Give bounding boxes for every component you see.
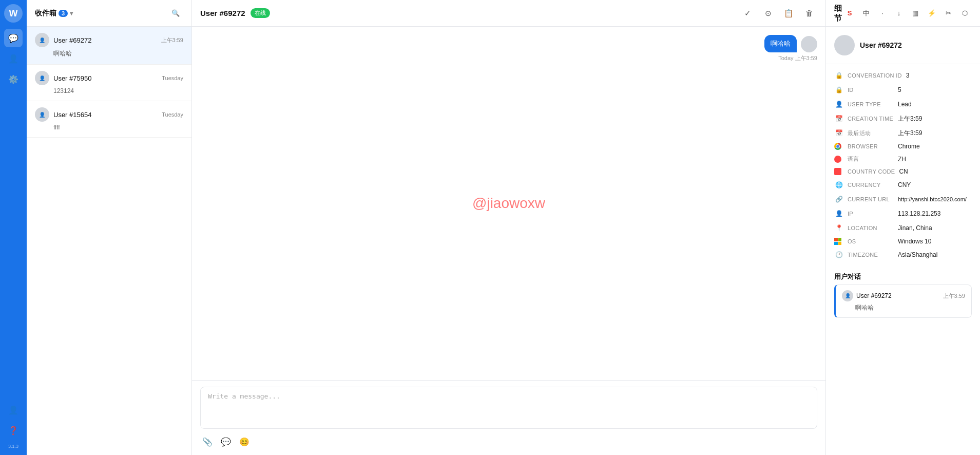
snooze-button[interactable]: ⊙	[760, 5, 776, 22]
country-flag-icon	[834, 168, 841, 175]
emoji-button[interactable]: 😊	[237, 434, 252, 449]
nav-profile[interactable]: 👤	[4, 401, 23, 419]
conv-user-name: User #69272	[53, 36, 91, 44]
country-label: COUNTRY CODE	[848, 168, 895, 175]
avatar-69272: 👤	[35, 33, 49, 47]
conv-user-name-2: User #15654	[53, 111, 91, 119]
search-button[interactable]: 🔍	[168, 6, 183, 21]
conv-count-badge: 3	[59, 10, 68, 17]
id-value: 5	[898, 86, 901, 93]
rp-icon-cn[interactable]: 中	[859, 6, 873, 21]
creation-time-label: CREATION TIME	[848, 116, 894, 122]
right-panel: 细节 S 中 · ↓ ▦ ⚡ ✂ ⬡ User #69272 🔒 CONVERS…	[826, 0, 980, 455]
location-label: LOCATION	[848, 225, 894, 231]
conv-card-preview: 啊哈哈	[855, 304, 965, 312]
info-row-user-type: 👤 USER TYPE Lead	[834, 97, 972, 111]
message-avatar	[801, 36, 817, 52]
conv-card-avatar: 👤	[842, 290, 853, 301]
info-row-last-activity: 📅 最后活动 上午3:59	[834, 126, 972, 140]
chat-body: @jiaowoxw 啊哈哈 Today 上午3:59	[192, 27, 825, 380]
conversation-list: 收件箱 3 ▾ 🔍 👤 User #69272 上午3:59 啊哈哈 👤 U	[27, 0, 192, 455]
app-logo: W	[4, 4, 23, 23]
timezone-value: Asia/Shanghai	[898, 251, 937, 258]
conv-card-time: 上午3:59	[943, 292, 965, 300]
conv-time-2: Tuesday	[162, 111, 183, 118]
lang-label: 语言	[848, 155, 894, 163]
url-value: http://yanshi.btcc2020.com/	[898, 196, 967, 202]
copy-button[interactable]: 📋	[780, 5, 797, 22]
rp-icon-1[interactable]: ·	[875, 6, 890, 21]
currency-label: CURRENCY	[848, 182, 894, 188]
chrome-icon	[834, 143, 841, 150]
rp-icon-6[interactable]: ⬡	[957, 6, 972, 21]
info-row-url: 🔗 CURRENT URL http://yanshi.btcc2020.com…	[834, 192, 972, 206]
info-row-conv-id: 🔒 CONVERSATION ID 3	[834, 68, 972, 83]
nav-help[interactable]: ❓	[4, 421, 23, 440]
url-label: CURRENT URL	[848, 196, 894, 202]
info-row-lang: 语言 ZH	[834, 153, 972, 165]
windows-icon	[834, 238, 841, 245]
location-value: Jinan, China	[898, 224, 932, 232]
resolve-button[interactable]: ✓	[739, 5, 756, 22]
mention-button[interactable]: 💬	[219, 434, 233, 449]
conv-preview-1: 123124	[53, 87, 183, 94]
info-row-id: 🔒 ID 5	[834, 83, 972, 97]
nav-contacts[interactable]: 👤	[4, 49, 23, 68]
rp-icon-2[interactable]: ↓	[892, 6, 906, 21]
attachment-button[interactable]: 📎	[200, 434, 215, 449]
input-toolbar: 📎 💬 😊	[200, 434, 817, 449]
conv-card-user: User #69272	[856, 292, 892, 299]
avatar-75950: 👤	[35, 71, 49, 85]
lang-dot-icon	[834, 156, 841, 163]
ip-icon: 👤	[834, 209, 843, 218]
chat-header-actions: ✓ ⊙ 📋 🗑	[739, 5, 817, 22]
conv-user-name-1: User #75950	[53, 74, 91, 82]
conv-item-75950[interactable]: 👤 User #75950 Tuesday 123124	[27, 65, 191, 101]
conv-item-15654[interactable]: 👤 User #15654 Tuesday ffff	[27, 101, 191, 138]
clock-icon: 🕐	[834, 250, 843, 259]
user-type-value: Lead	[898, 101, 912, 108]
info-row-browser: BROWSER Chrome	[834, 140, 972, 153]
avatar-15654: 👤	[35, 107, 49, 122]
message-input[interactable]	[200, 387, 817, 429]
user-conv-card[interactable]: 👤 User #69272 上午3:59 啊哈哈	[834, 285, 972, 318]
watermark: @jiaowoxw	[472, 195, 545, 212]
nav-rail: W 💬 👤 ⚙️ 👤 ❓ 3.1.3	[0, 0, 27, 455]
info-row-creation-time: 📅 CREATION TIME 上午3:59	[834, 111, 972, 126]
chevron-down-icon[interactable]: ▾	[70, 10, 73, 17]
info-row-timezone: 🕐 TIMEZONE Asia/Shanghai	[834, 248, 972, 262]
delete-button[interactable]: 🗑	[801, 5, 817, 22]
user-type-label: USER TYPE	[848, 101, 894, 107]
info-row-currency: 🌐 CURRENCY CNY	[834, 178, 972, 192]
ip-label: IP	[848, 211, 894, 217]
right-panel-icons: S 中 · ↓ ▦ ⚡ ✂ ⬡	[842, 6, 972, 21]
rp-icon-5[interactable]: ✂	[941, 6, 955, 21]
location-icon: 📍	[834, 223, 843, 233]
rp-icon-4[interactable]: ⚡	[925, 6, 939, 21]
nav-settings[interactable]: ⚙️	[4, 70, 23, 88]
info-row-os: OS Windows 10	[834, 235, 972, 248]
nav-conversations[interactable]: 💬	[4, 29, 23, 47]
calendar-icon-2: 📅	[834, 128, 843, 138]
message-row: 啊哈哈	[764, 35, 817, 52]
timezone-label: TIMEZONE	[848, 252, 894, 258]
conv-id-label: CONVERSATION ID	[848, 72, 902, 79]
conv-id-value: 3	[906, 72, 910, 79]
os-label: OS	[848, 238, 894, 244]
info-row-country: COUNTRY CODE CN	[834, 165, 972, 178]
conv-time-0: 上午3:59	[161, 36, 183, 44]
info-section: 🔒 CONVERSATION ID 3 🔒 ID 5 👤 USER TYPE L…	[826, 64, 980, 266]
user-avatar-lg	[834, 35, 855, 55]
rp-icon-s[interactable]: S	[842, 6, 857, 21]
chat-main: User #69272 在线 ✓ ⊙ 📋 🗑 @jiaowoxw 啊哈哈 Tod…	[192, 0, 826, 455]
conv-time-1: Tuesday	[162, 75, 183, 81]
conv-list-header: 收件箱 3 ▾ 🔍	[27, 0, 191, 27]
id-label: ID	[848, 87, 894, 93]
os-value: Windows 10	[898, 238, 931, 245]
online-badge: 在线	[251, 8, 270, 18]
chat-input-area: 📎 💬 😊	[192, 380, 825, 455]
right-panel-title: 细节	[834, 4, 842, 23]
rp-icon-3[interactable]: ▦	[908, 6, 923, 21]
conv-item-69272[interactable]: 👤 User #69272 上午3:59 啊哈哈	[27, 27, 191, 65]
currency-icon: 🌐	[834, 180, 843, 189]
